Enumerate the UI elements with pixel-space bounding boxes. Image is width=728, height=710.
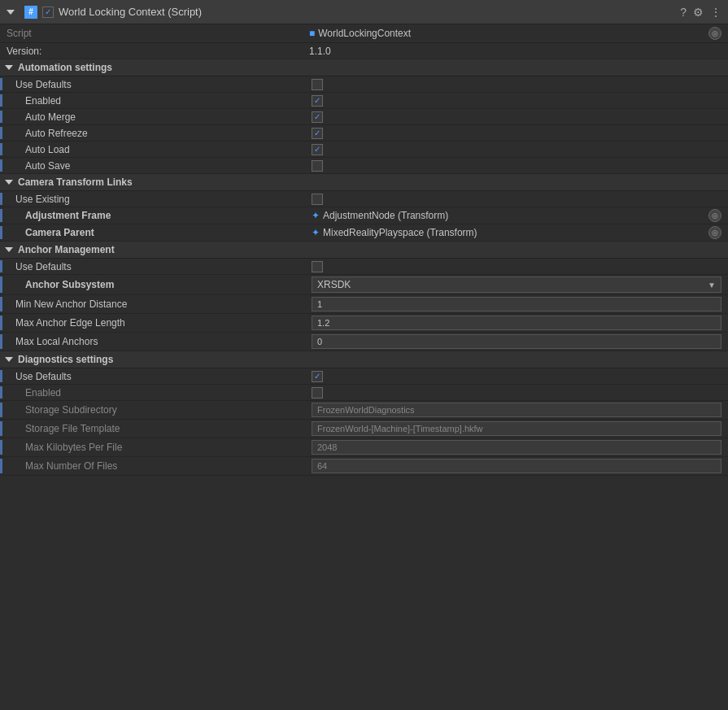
adjustment-frame-target-button[interactable]: ◎ bbox=[708, 209, 721, 222]
more-options-icon[interactable]: ⋮ bbox=[710, 6, 721, 19]
use-existing-label: Use Existing bbox=[2, 194, 312, 205]
storage-subdirectory-text: FrozenWorldDiagnostics bbox=[317, 405, 415, 415]
diagnostics-enabled-row: Enabled bbox=[0, 385, 728, 401]
min-anchor-distance-field[interactable]: 1 bbox=[312, 297, 721, 311]
diagnostics-use-defaults-checkbox[interactable] bbox=[312, 371, 323, 382]
script-object-icon: ■ bbox=[309, 28, 315, 39]
auto-load-checkbox[interactable] bbox=[312, 144, 323, 155]
min-anchor-distance-text: 1 bbox=[317, 299, 322, 309]
auto-save-checkbox[interactable] bbox=[312, 160, 323, 172]
max-anchor-edge-length-field[interactable]: 1.2 bbox=[312, 316, 721, 330]
anchor-subsystem-text: XRSDK bbox=[317, 279, 351, 290]
anchor-use-defaults-label: Use Defaults bbox=[2, 261, 312, 272]
camera-transform-links-header[interactable]: Camera Transform Links bbox=[0, 174, 728, 191]
max-kilobytes-label: Max Kilobytes Per File bbox=[2, 442, 312, 453]
max-anchor-edge-length-text: 1.2 bbox=[317, 318, 329, 328]
automation-enabled-checkbox[interactable] bbox=[312, 95, 323, 107]
component-enabled-checkbox[interactable] bbox=[42, 7, 54, 18]
storage-subdirectory-label: Storage Subdirectory bbox=[2, 404, 312, 416]
anchor-use-defaults-checkbox[interactable] bbox=[312, 261, 323, 272]
storage-subdirectory-field[interactable]: FrozenWorldDiagnostics bbox=[312, 403, 721, 417]
settings-icon[interactable]: ⚙ bbox=[693, 6, 704, 19]
camera-parent-icon: ✦ bbox=[312, 227, 320, 238]
min-anchor-distance-row: Min New Anchor Distance 1 bbox=[0, 295, 728, 314]
diagnostics-settings-header[interactable]: Diagnostics settings bbox=[0, 351, 728, 368]
auto-merge-label: Auto Merge bbox=[2, 111, 312, 123]
automation-use-defaults-checkbox[interactable] bbox=[312, 79, 323, 90]
diagnostics-enabled-checkbox[interactable] bbox=[312, 387, 323, 399]
max-kilobytes-text: 2048 bbox=[317, 442, 337, 452]
automation-settings-header[interactable]: Automation settings bbox=[0, 59, 728, 76]
max-anchor-edge-length-label: Max Anchor Edge Length bbox=[2, 317, 312, 329]
version-label: Version: bbox=[0, 46, 309, 57]
automation-use-defaults-row: Use Defaults bbox=[0, 76, 728, 93]
max-kilobytes-row: Max Kilobytes Per File 2048 bbox=[0, 438, 728, 457]
camera-parent-label: Camera Parent bbox=[2, 227, 312, 238]
script-row: Script ■ WorldLockingContext ◎ bbox=[0, 24, 728, 43]
camera-collapse-icon bbox=[5, 180, 13, 185]
auto-refreeze-label: Auto Refreeze bbox=[2, 128, 312, 139]
max-local-anchors-text: 0 bbox=[317, 337, 322, 346]
storage-file-template-text: FrozenWorld-[Machine]-[Timestamp].hkfw bbox=[317, 424, 483, 433]
max-files-text: 64 bbox=[317, 461, 327, 471]
camera-transform-links-label: Camera Transform Links bbox=[18, 176, 133, 188]
max-local-anchors-value: 0 bbox=[312, 334, 728, 349]
min-anchor-distance-value: 1 bbox=[312, 297, 728, 311]
anchor-management-header[interactable]: Anchor Management bbox=[0, 242, 728, 259]
auto-load-row: Auto Load bbox=[0, 142, 728, 158]
max-files-value: 64 bbox=[312, 459, 728, 473]
collapse-triangle-icon[interactable] bbox=[7, 10, 15, 15]
auto-merge-row: Auto Merge bbox=[0, 109, 728, 125]
automation-settings-label: Automation settings bbox=[18, 62, 112, 73]
storage-file-template-field[interactable]: FrozenWorld-[Machine]-[Timestamp].hkfw bbox=[312, 421, 721, 436]
camera-parent-value: ✦ MixedRealityPlayspace (Transform) ◎ bbox=[312, 226, 728, 239]
automation-use-defaults-value bbox=[312, 79, 728, 90]
auto-merge-value bbox=[312, 111, 728, 123]
max-local-anchors-field[interactable]: 0 bbox=[312, 334, 721, 349]
anchor-management-label: Anchor Management bbox=[18, 244, 115, 255]
anchor-subsystem-value: XRSDK ▼ bbox=[312, 277, 728, 293]
storage-file-template-label: Storage File Template bbox=[2, 423, 312, 434]
max-kilobytes-value: 2048 bbox=[312, 440, 728, 455]
max-kilobytes-field[interactable]: 2048 bbox=[312, 440, 721, 455]
adjustment-frame-label: Adjustment Frame bbox=[2, 210, 312, 221]
anchor-use-defaults-row: Use Defaults bbox=[0, 259, 728, 275]
camera-parent-target-button[interactable]: ◎ bbox=[708, 226, 721, 239]
script-target-button[interactable]: ◎ bbox=[708, 27, 721, 40]
diagnostics-settings-label: Diagnostics settings bbox=[18, 354, 113, 365]
adjustment-frame-field: ✦ AdjustmentNode (Transform) bbox=[312, 210, 705, 221]
anchor-subsystem-dropdown[interactable]: XRSDK ▼ bbox=[312, 277, 721, 293]
automation-enabled-value bbox=[312, 95, 728, 107]
auto-load-label: Auto Load bbox=[2, 144, 312, 155]
auto-refreeze-value bbox=[312, 128, 728, 139]
title-bar-right: ? ⚙ ⋮ bbox=[680, 6, 721, 19]
use-existing-checkbox[interactable] bbox=[312, 194, 323, 205]
storage-subdirectory-value: FrozenWorldDiagnostics bbox=[312, 403, 728, 417]
max-local-anchors-label: Max Local Anchors bbox=[2, 336, 312, 347]
auto-merge-checkbox[interactable] bbox=[312, 111, 323, 123]
version-row: Version: 1.1.0 bbox=[0, 43, 728, 59]
auto-refreeze-row: Auto Refreeze bbox=[0, 125, 728, 142]
diagnostics-use-defaults-label: Use Defaults bbox=[2, 371, 312, 382]
auto-save-row: Auto Save bbox=[0, 158, 728, 174]
diagnostics-enabled-label: Enabled bbox=[2, 387, 312, 399]
diagnostics-enabled-value bbox=[312, 387, 728, 399]
storage-file-template-row: Storage File Template FrozenWorld-[Machi… bbox=[0, 420, 728, 438]
version-value: 1.1.0 bbox=[309, 46, 728, 57]
storage-file-template-value: FrozenWorld-[Machine]-[Timestamp].hkfw bbox=[312, 421, 728, 436]
dropdown-arrow-icon: ▼ bbox=[708, 281, 716, 290]
help-icon[interactable]: ? bbox=[680, 6, 687, 19]
max-anchor-edge-length-row: Max Anchor Edge Length 1.2 bbox=[0, 314, 728, 333]
component-title: World Locking Context (Script) bbox=[59, 6, 202, 18]
auto-refreeze-checkbox[interactable] bbox=[312, 128, 323, 139]
max-files-field[interactable]: 64 bbox=[312, 459, 721, 473]
adjustment-frame-row: Adjustment Frame ✦ AdjustmentNode (Trans… bbox=[0, 207, 728, 224]
title-bar: # World Locking Context (Script) ? ⚙ ⋮ bbox=[0, 0, 728, 24]
script-value-text: WorldLockingContext bbox=[318, 28, 411, 39]
component-panel: # World Locking Context (Script) ? ⚙ ⋮ S… bbox=[0, 0, 728, 476]
anchor-use-defaults-value bbox=[312, 261, 728, 272]
adjustment-frame-icon: ✦ bbox=[312, 210, 320, 221]
automation-use-defaults-label: Use Defaults bbox=[2, 79, 312, 90]
use-existing-row: Use Existing bbox=[0, 191, 728, 207]
anchor-subsystem-label: Anchor Subsystem bbox=[2, 279, 312, 290]
